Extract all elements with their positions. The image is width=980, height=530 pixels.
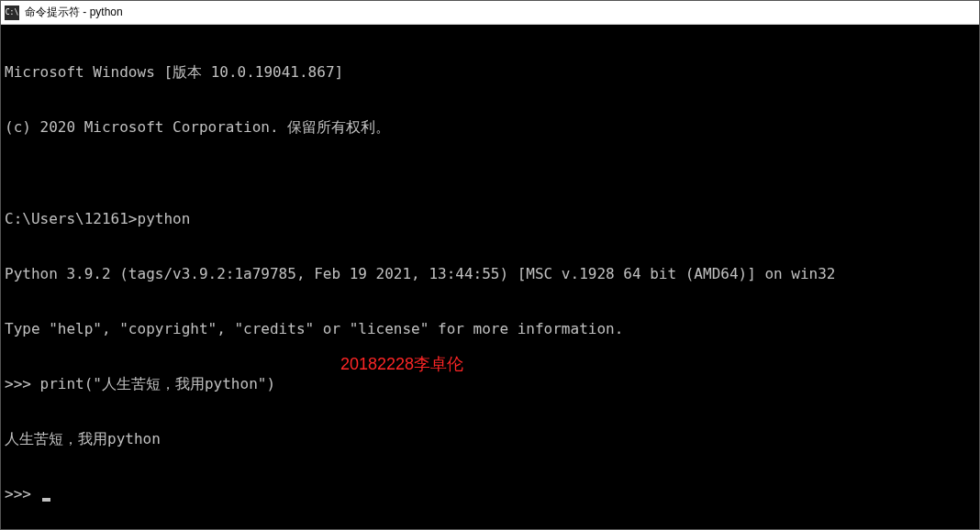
console-line: (c) 2020 Microsoft Corporation. 保留所有权利。 bbox=[5, 118, 975, 137]
cmd-icon: C:\ bbox=[5, 6, 19, 20]
console-prompt-line: >>> bbox=[5, 485, 975, 503]
watermark-text: 20182228李卓伦 bbox=[340, 355, 463, 373]
cursor bbox=[42, 498, 50, 502]
console-line: >>> print("人生苦短，我用python") bbox=[5, 375, 975, 393]
console-line: 人生苦短，我用python bbox=[5, 430, 975, 448]
command-prompt-window: C:\ 命令提示符 - python Microsoft Windows [版本… bbox=[0, 0, 980, 530]
console-line: Python 3.9.2 (tags/v3.9.2:1a79785, Feb 1… bbox=[5, 265, 975, 283]
prompt-text: >>> bbox=[5, 485, 40, 502]
console-line: Microsoft Windows [版本 10.0.19041.867] bbox=[5, 63, 975, 82]
window-title: 命令提示符 - python bbox=[25, 5, 123, 20]
console-line: Type "help", "copyright", "credits" or "… bbox=[5, 320, 975, 338]
title-bar[interactable]: C:\ 命令提示符 - python bbox=[1, 1, 979, 25]
console-area[interactable]: Microsoft Windows [版本 10.0.19041.867] (c… bbox=[1, 25, 979, 529]
console-line: C:\Users\12161>python bbox=[5, 210, 975, 228]
